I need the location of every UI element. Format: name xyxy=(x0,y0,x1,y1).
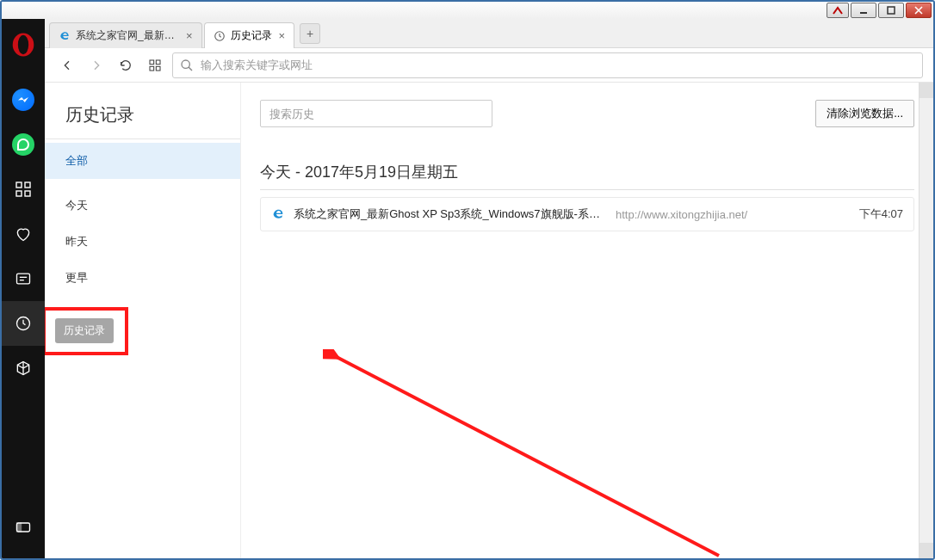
history-tooltip: 历史记录 xyxy=(55,318,114,343)
cube-icon xyxy=(14,359,33,378)
site-favicon-icon xyxy=(59,30,71,42)
sidebar-speed-dial[interactable] xyxy=(2,167,45,212)
history-filter-older[interactable]: 更早 xyxy=(45,260,240,296)
page-content: 历史记录 全部 今天 昨天 更早 历史记录 清除浏览数据... xyxy=(45,83,933,558)
history-entry-url: http://www.xitongzhijia.net/ xyxy=(616,208,851,221)
history-entry[interactable]: 系统之家官网_最新Ghost XP Sp3系统_Windows7旗舰版-系统之家… xyxy=(260,197,914,231)
svg-rect-4 xyxy=(16,182,22,188)
svg-rect-18 xyxy=(156,66,160,71)
tab-strip: 系统之家官网_最新Ghost × 历史记录 × + xyxy=(45,19,933,48)
svg-rect-6 xyxy=(16,191,22,196)
opera-menu-button[interactable] xyxy=(2,22,45,67)
window-close-button[interactable] xyxy=(906,3,932,18)
window-titlebar xyxy=(2,2,933,19)
svg-rect-0 xyxy=(860,12,867,14)
svg-rect-5 xyxy=(25,182,30,188)
navigation-toolbar xyxy=(45,48,933,83)
annotation-red-box xyxy=(45,307,128,355)
address-bar[interactable] xyxy=(172,52,923,78)
tab-title: 系统之家官网_最新Ghost xyxy=(76,28,179,43)
panel-icon xyxy=(14,518,33,537)
sidebar-whatsapp[interactable] xyxy=(2,122,45,167)
divider xyxy=(45,138,240,139)
sidebar-history[interactable] xyxy=(2,301,45,346)
messenger-icon xyxy=(12,89,34,111)
left-sidebar xyxy=(2,19,45,558)
search-icon xyxy=(180,58,194,72)
window-opera-menu-button[interactable] xyxy=(827,3,849,18)
plus-icon: + xyxy=(307,27,313,40)
svg-rect-13 xyxy=(17,523,22,532)
svg-point-3 xyxy=(18,35,28,54)
vertical-scrollbar[interactable] xyxy=(919,83,933,558)
history-entry-time: 下午4:07 xyxy=(859,206,903,222)
annotation-arrow xyxy=(323,349,736,558)
history-filter-yesterday[interactable]: 昨天 xyxy=(45,224,240,260)
svg-rect-8 xyxy=(17,274,30,284)
opera-logo-icon xyxy=(11,33,35,57)
grid-icon xyxy=(14,180,33,199)
news-icon xyxy=(14,269,33,288)
history-page-title: 历史记录 xyxy=(45,103,240,138)
history-day-header: 今天 - 2017年5月19日星期五 xyxy=(260,162,914,190)
svg-rect-1 xyxy=(888,7,895,14)
tab-close-button[interactable]: × xyxy=(277,29,288,42)
window-maximize-button[interactable] xyxy=(878,3,904,18)
sidebar-extensions[interactable] xyxy=(2,346,45,391)
window-minimize-button[interactable] xyxy=(851,3,876,18)
svg-line-20 xyxy=(189,67,192,71)
clear-browsing-data-button[interactable]: 清除浏览数据... xyxy=(815,100,914,127)
tab-title: 历史记录 xyxy=(231,28,272,43)
sidebar-toggle[interactable] xyxy=(2,505,45,550)
tab-xitong[interactable]: 系统之家官网_最新Ghost × xyxy=(49,22,202,48)
grid-icon xyxy=(148,58,162,72)
reload-icon xyxy=(119,58,133,72)
svg-point-19 xyxy=(182,60,189,68)
back-button[interactable] xyxy=(55,53,79,77)
site-favicon-icon xyxy=(271,207,285,221)
chevron-right-icon xyxy=(90,58,103,72)
history-filter-all[interactable]: 全部 xyxy=(45,143,240,179)
sidebar-news[interactable] xyxy=(2,256,45,301)
whatsapp-icon xyxy=(12,133,34,156)
forward-button[interactable] xyxy=(84,53,108,77)
svg-line-21 xyxy=(335,356,719,556)
history-main: 清除浏览数据... 今天 - 2017年5月19日星期五 系统之家官网_最新Gh… xyxy=(241,83,933,558)
history-search-input[interactable] xyxy=(260,100,492,127)
sidebar-messenger[interactable] xyxy=(2,77,45,122)
svg-rect-15 xyxy=(150,60,154,65)
history-sidebar: 历史记录 全部 今天 昨天 更早 历史记录 xyxy=(45,83,241,558)
svg-rect-17 xyxy=(150,66,154,71)
svg-rect-7 xyxy=(25,191,30,196)
history-filter-today[interactable]: 今天 xyxy=(45,188,240,224)
address-input[interactable] xyxy=(201,58,915,71)
history-entry-title: 系统之家官网_最新Ghost XP Sp3系统_Windows7旗舰版-系统之家… xyxy=(294,206,604,222)
speed-dial-button[interactable] xyxy=(143,53,167,77)
chevron-left-icon xyxy=(60,58,74,72)
tab-history[interactable]: 历史记录 × xyxy=(204,22,295,48)
new-tab-button[interactable]: + xyxy=(300,23,320,44)
tab-close-button[interactable]: × xyxy=(184,29,195,42)
heart-icon xyxy=(14,225,33,243)
sidebar-bookmarks[interactable] xyxy=(2,212,45,256)
clock-favicon-icon xyxy=(214,30,226,42)
reload-button[interactable] xyxy=(114,53,138,77)
svg-rect-16 xyxy=(156,60,160,65)
clock-icon xyxy=(14,314,33,333)
